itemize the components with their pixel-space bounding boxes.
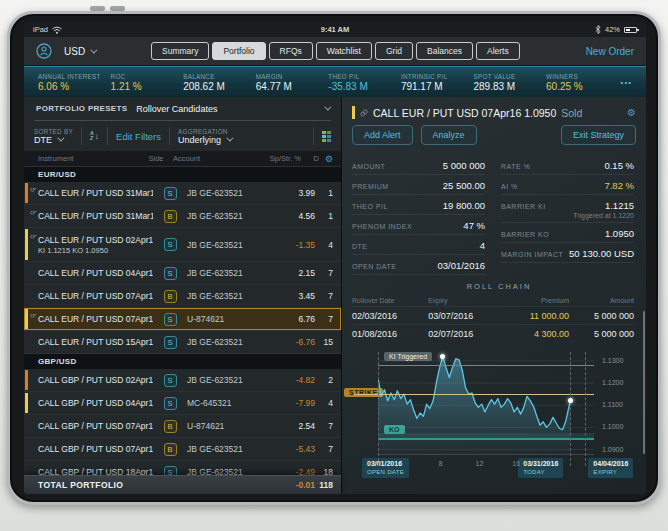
instrument-cell: CALL GBP / PUT USD 07Apr16 1.4200 <box>24 421 153 431</box>
dte-cell: 7 <box>315 291 333 301</box>
tab-summary[interactable]: Summary <box>151 42 209 60</box>
field-subtext: Triggered at 1.1220 <box>501 212 634 219</box>
instrument-cell: CALL EUR / PUT USD 31Mar16 1.1280 <box>24 211 153 221</box>
account-cell: JB GE-623521 <box>187 291 271 301</box>
instrument-cell: CALL GBP / PUT USD 04Apr16 1.4500 <box>24 398 153 408</box>
profile-icon[interactable] <box>36 43 52 59</box>
chevron-down-icon <box>57 135 64 142</box>
table-row[interactable]: CALL EUR / PUT USD 02Apr16 1.0940KI 1.12… <box>24 228 341 262</box>
portfolio-presets[interactable]: PORTFOLIO PRESETS Rollover Candidates <box>24 97 341 120</box>
tab-grid[interactable]: Grid <box>375 42 413 60</box>
account-cell: U-874621 <box>187 421 271 431</box>
status-bar: iPad 9:41 AM 42% <box>24 22 646 37</box>
side-badge: S <box>164 374 177 387</box>
stat: SPOT VALUE289.83 M <box>473 73 542 92</box>
tab-balances[interactable]: Balances <box>416 42 473 60</box>
sort-by-selector[interactable]: SORTED BY DTE <box>34 128 73 145</box>
detail-field: AI %7.82 % <box>501 175 634 195</box>
aggregation-selector[interactable]: AGGREGATION Underlying <box>178 128 231 145</box>
exit-strategy-button[interactable]: Exit Strategy <box>561 125 636 145</box>
marker-dashed-line <box>585 352 586 466</box>
detail-field: RATE %0.15 % <box>501 155 634 175</box>
total-label: TOTAL PORTFOLIO <box>38 480 123 490</box>
chevron-down-icon <box>226 135 233 142</box>
stat: THEO P/L-35.83 M <box>328 73 397 92</box>
account-cell: JB GE-623521 <box>187 240 271 250</box>
new-order-button[interactable]: New Order <box>586 46 634 57</box>
table-settings-gear-icon[interactable]: ⚙ <box>319 154 333 164</box>
col-side[interactable]: Side <box>139 154 173 163</box>
tab-portfolio[interactable]: Portfolio <box>212 42 265 60</box>
stats-bar: ANNUAL INTEREST6.06 % ROC1.21 % BALANCE2… <box>24 66 646 97</box>
spstr-cell: -1.35 <box>271 240 315 250</box>
table-header: Instrument Side Account Sp/Str, % D ⚙ <box>24 151 341 167</box>
dte-cell: 4 <box>315 398 333 408</box>
instrument-cell: CALL EUR / PUT USD 15Apr16 1.1250 <box>24 337 153 347</box>
table-row[interactable]: CALL EUR / PUT USD 15Apr16 1.1250 S JB G… <box>24 331 341 354</box>
strike-level-line <box>354 394 594 395</box>
strike-badge: STRIKE <box>344 388 383 397</box>
stat: BALANCE208.62 M <box>183 73 252 92</box>
dte-cell: 4 <box>315 240 333 250</box>
detail-fields: AMOUNT5 000 000 PREMIUM25 500.00 THEO P/… <box>352 153 646 275</box>
table-row[interactable]: CALL EUR / PUT USD 07Apr16 1.0950 S U-87… <box>24 308 341 331</box>
detail-settings-gear-icon[interactable]: ⚙ <box>627 107 636 118</box>
col-spstr[interactable]: Sp/Str, % <box>257 154 301 163</box>
add-alert-button[interactable]: Add Alert <box>352 125 413 145</box>
table-row[interactable]: CALL EUR / PUT USD 31Mar16 1.1280 B JB G… <box>24 205 341 228</box>
roll-chain-columns: Rollover Date Expiry Premium Amount <box>352 295 634 306</box>
stat: WINNERS60.25 % <box>546 73 615 92</box>
side-badge: S <box>164 336 177 349</box>
side-badge: B <box>164 420 177 433</box>
col-dte[interactable]: D <box>301 154 319 163</box>
tab-alerts[interactable]: Alerts <box>476 42 520 60</box>
y-axis-tick: 1.0900 <box>602 446 623 453</box>
account-cell: MC-645321 <box>187 398 271 408</box>
col-account[interactable]: Account <box>173 154 257 163</box>
sort-by-value: DTE <box>34 135 52 145</box>
table-row[interactable]: CALL EUR / PUT USD 07Apr16 1.1250 B JB G… <box>24 285 341 308</box>
dte-cell: 7 <box>315 421 333 431</box>
table-row[interactable]: CALL GBP / PUT USD 07Apr16 1.4200 B U-87… <box>24 415 341 438</box>
analyze-button[interactable]: Analyze <box>421 125 477 145</box>
dte-cell: 1 <box>315 188 333 198</box>
table-toolbar: SORTED BY DTE AZ ↓ Edit Filters AGGREGAT… <box>24 121 341 151</box>
spstr-cell: 3.45 <box>271 291 315 301</box>
view-mode-button[interactable] <box>322 131 331 142</box>
tab-bar: SummaryPortfolioRFQsWatchlistGridBalance… <box>151 42 520 60</box>
marker-dashed-line <box>570 352 571 466</box>
edit-filters-button[interactable]: Edit Filters <box>116 131 161 142</box>
tab-rfqs[interactable]: RFQs <box>269 42 313 60</box>
aggregation-label: AGGREGATION <box>178 128 231 135</box>
roll-chain-row[interactable]: 02/03/201603/07/2016 11 000.005 000 000 <box>352 306 634 324</box>
y-axis-tick: 1.1100 <box>602 401 623 408</box>
instrument-cell: CALL EUR / PUT USD 02Apr16 1.0940KI 1.12… <box>24 235 153 255</box>
table-row[interactable]: CALL GBP / PUT USD 02Apr16 1.4300 S JB G… <box>24 369 341 392</box>
roll-chain-row[interactable]: 01/08/201602/07/2016 4 300.005 000 000 <box>352 324 634 342</box>
marker-dashed-line <box>378 352 379 466</box>
side-badge: S <box>164 267 177 280</box>
tab-watchlist[interactable]: Watchlist <box>316 42 372 60</box>
table-row[interactable]: CALL EUR / PUT USD 04Apr16 1.0980 S JB G… <box>24 262 341 285</box>
currency-label: USD <box>64 46 85 57</box>
roll-chain-header: ROLL CHAIN <box>352 275 646 295</box>
sort-by-label: SORTED BY <box>34 128 73 135</box>
table-row[interactable]: CALL GBP / PUT USD 07Apr16 1.4350 B JB G… <box>24 438 341 461</box>
ipad-frame: iPad 9:41 AM 42% USD SummaryPortfoli <box>7 11 661 505</box>
currency-selector[interactable]: USD <box>64 46 95 57</box>
scrollbar[interactable] <box>643 311 645 454</box>
col-instrument[interactable]: Instrument <box>24 154 139 163</box>
table-row[interactable]: CALL GBP / PUT USD 04Apr16 1.4500 S MC-6… <box>24 392 341 415</box>
battery-percent: 42% <box>605 25 620 34</box>
sort-direction-button[interactable]: AZ ↓ <box>90 131 99 141</box>
roll-chain-link-icon <box>30 188 37 192</box>
side-badge: S <box>164 397 177 410</box>
presets-label: PORTFOLIO PRESETS <box>36 104 127 113</box>
stats-more-button[interactable]: ••• <box>619 78 632 87</box>
dte-cell: 7 <box>315 444 333 454</box>
detail-field: BARRIER KI1.1215 Triggered at 1.1220 <box>501 195 634 223</box>
table-row[interactable]: CALL EUR / PUT USD 31Mar16 1.1350 S JB G… <box>24 182 341 205</box>
portfolio-panel: PORTFOLIO PRESETS Rollover Candidates SO… <box>24 97 342 494</box>
spstr-cell: 2.54 <box>271 421 315 431</box>
dte-cell: 7 <box>315 268 333 278</box>
